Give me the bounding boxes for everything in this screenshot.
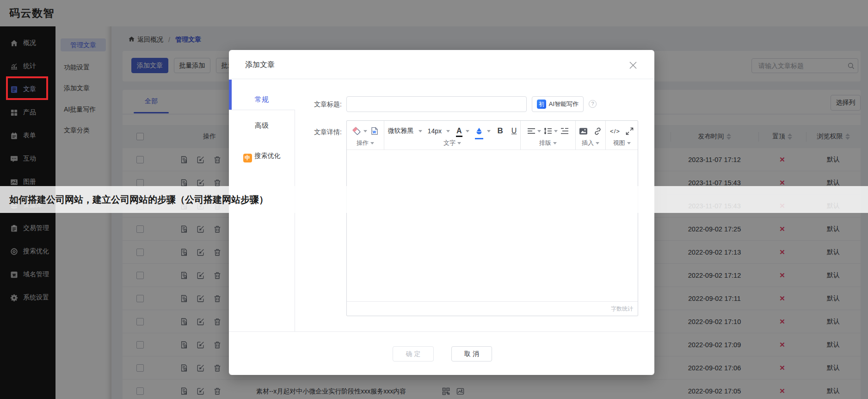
dropdown-caret-icon[interactable] <box>487 130 491 132</box>
seo-cn-icon: 中 <box>243 154 252 162</box>
dropdown-caret-icon[interactable] <box>419 130 422 132</box>
confirm-button[interactable]: 确 定 <box>393 346 434 362</box>
word-import-icon[interactable] <box>370 125 379 137</box>
font-color-button[interactable]: A <box>456 127 462 135</box>
toolbar-group-layout: 排版 <box>520 121 575 150</box>
dropdown-caret-icon[interactable] <box>466 130 469 132</box>
source-code-button[interactable]: </> <box>610 128 620 135</box>
help-icon[interactable]: ? <box>589 100 597 108</box>
close-icon[interactable] <box>629 62 637 69</box>
dialog-title: 添加文章 <box>245 50 275 79</box>
dialog-footer-divider <box>229 331 654 332</box>
toolbar-group-label[interactable]: 操作 <box>347 139 384 147</box>
toolbar-group-label[interactable]: 视图 <box>606 139 638 147</box>
rich-text-editor: 操作 微软雅黑 14px A B <box>346 120 638 316</box>
font-size-select[interactable]: 14px <box>428 127 442 135</box>
toolbar-group-text: 微软雅黑 14px A B U 文字 <box>384 121 520 150</box>
toolbar-group-label[interactable]: 插入 <box>576 139 605 147</box>
instruction-banner: 如何搭建公司网站，建立公司网站的步骤（公司搭建网站步骤） <box>0 186 868 213</box>
insert-link-icon[interactable] <box>593 125 602 137</box>
align-icon[interactable] <box>527 125 536 137</box>
dropdown-caret-icon[interactable] <box>537 130 541 132</box>
dropdown-caret-icon[interactable] <box>363 130 367 132</box>
toolbar-group-insert: 插入 <box>575 121 605 150</box>
highlight-color-icon[interactable] <box>475 125 483 137</box>
ai-writing-icon: 初 <box>537 100 546 109</box>
word-count-label: 字数统计 <box>611 302 633 316</box>
font-family-select[interactable]: 微软雅黑 <box>388 127 414 135</box>
toolbar-group-view: </> 视图 <box>605 121 638 150</box>
toolbar-group-action: 操作 <box>347 121 384 150</box>
line-height-icon[interactable] <box>544 125 552 137</box>
toolbar-group-label[interactable]: 排版 <box>521 139 575 147</box>
editor-toolbar: 操作 微软雅黑 14px A B <box>347 121 638 150</box>
ai-writing-button[interactable]: 初 AI智能写作 <box>532 96 584 112</box>
dialog-header: 添加文章 <box>229 50 654 79</box>
editor-content-area[interactable] <box>347 150 638 302</box>
dialog-tab-seo[interactable]: 中搜索优化 <box>229 151 295 162</box>
toolbar-group-label[interactable]: 文字 <box>384 139 520 147</box>
fullscreen-icon[interactable] <box>626 125 634 137</box>
indent-icon[interactable] <box>560 125 569 137</box>
tab-rail-divider <box>295 110 295 331</box>
article-title-label: 文章标题: <box>268 100 342 109</box>
instruction-text: 如何搭建公司网站，建立公司网站的步骤（公司搭建网站步骤） <box>9 193 268 206</box>
dropdown-caret-icon[interactable] <box>554 130 558 132</box>
dropdown-caret-icon[interactable] <box>446 130 450 132</box>
target-highlight-box <box>6 76 48 100</box>
article-title-input[interactable] <box>347 97 526 112</box>
underline-button[interactable]: U <box>511 127 517 135</box>
insert-image-icon[interactable] <box>579 125 588 137</box>
eraser-icon[interactable] <box>351 125 362 137</box>
page: 码云数智 概况统计文章产品表单互动图册资源库交易管理搜索优化域名管理系统设置 管… <box>0 0 868 399</box>
article-title-field <box>346 96 527 112</box>
bold-button[interactable]: B <box>498 126 503 136</box>
editor-status-bar: 字数统计 <box>347 301 638 316</box>
tab-divider <box>229 110 295 110</box>
cancel-button[interactable]: 取 消 <box>451 346 492 362</box>
article-detail-label: 文章详情: <box>268 128 342 137</box>
